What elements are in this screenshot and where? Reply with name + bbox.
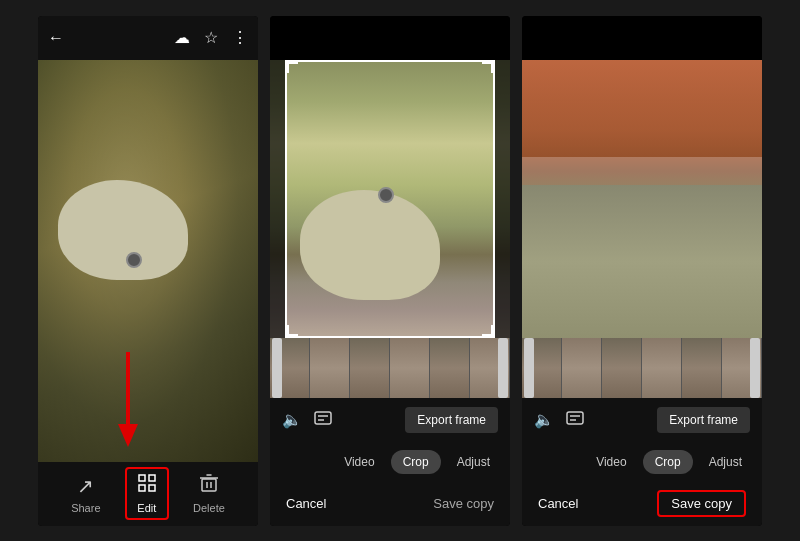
caption-icon-2[interactable] [314,411,332,429]
tab-crop-3[interactable]: Crop [643,450,693,474]
share-icon: ↗ [77,474,94,498]
save-copy-button-3[interactable]: Save copy [657,490,746,517]
cancel-button-3[interactable]: Cancel [538,496,578,511]
logs-area [522,60,762,157]
delete-icon [199,473,219,498]
timeline-cell [602,338,642,398]
cancel-button-2[interactable]: Cancel [286,496,326,511]
top-bar-2 [270,16,510,60]
save-copy-button-2[interactable]: Save copy [433,496,494,511]
controls-bar-2: 🔈 Export frame [270,398,510,442]
tab-crop-2[interactable]: Crop [391,450,441,474]
panel-3: 🔈 Export frame Video Crop Adjust Cancel … [522,16,762,526]
timeline-strip-2[interactable] [270,338,510,398]
volume-icon-3[interactable]: 🔈 [534,410,554,429]
timeline-cell [430,338,470,398]
photo-display-2 [270,60,510,338]
export-frame-button-3[interactable]: Export frame [657,407,750,433]
delete-button[interactable]: Delete [183,469,235,518]
svg-rect-18 [567,412,583,424]
share-button[interactable]: ↗ Share [61,470,110,518]
timeline-cell [390,338,430,398]
image-area-1 [38,60,258,462]
timeline-cell [682,338,722,398]
svg-rect-6 [202,479,216,491]
svg-rect-4 [139,485,145,491]
timeline-handle-right[interactable] [498,338,508,398]
timeline-handle-right-3[interactable] [750,338,760,398]
svg-rect-2 [139,475,145,481]
svg-rect-15 [315,412,331,424]
tab-video-3[interactable]: Video [584,450,638,474]
edit-label: Edit [137,502,156,514]
red-arrow-1 [98,352,158,452]
crop-darken-right [495,60,510,338]
timeline-handle-left-3[interactable] [524,338,534,398]
timeline-cell [350,338,390,398]
top-bar-1: ← ☁ ☆ ⋮ [38,16,258,60]
edit-icon [137,473,157,498]
tab-video-2[interactable]: Video [332,450,386,474]
controls-bar-3: 🔈 Export frame [522,398,762,442]
rock-shape [58,180,188,280]
timeline-cell [642,338,682,398]
top-bar-3 [522,16,762,60]
tab-adjust-2[interactable]: Adjust [445,450,502,474]
svg-rect-5 [149,485,155,491]
crop-darken-left [270,60,285,338]
cloud-icon[interactable]: ☁ [174,28,190,47]
share-label: Share [71,502,100,514]
rock-shape-2 [300,190,440,300]
timeline-cell [310,338,350,398]
action-bar-3: Cancel Save copy [522,482,762,526]
delete-label: Delete [193,502,225,514]
action-bar-2: Cancel Save copy [270,482,510,526]
panel-1: ← ☁ ☆ ⋮ ↗ Share [38,16,258,526]
back-icon[interactable]: ← [48,29,64,47]
volume-icon-2[interactable]: 🔈 [282,410,302,429]
svg-marker-1 [118,424,138,447]
timeline-handle-left[interactable] [272,338,282,398]
timeline-cell [562,338,602,398]
photo-display-1 [38,60,258,462]
bottom-toolbar-1: ↗ Share Edit [38,462,258,526]
svg-rect-3 [149,475,155,481]
tab-adjust-3[interactable]: Adjust [697,450,754,474]
image-area-3 [522,60,762,338]
edit-button[interactable]: Edit [125,467,169,520]
panel-2: 🔈 Export frame Video Crop Adjust Cancel … [270,16,510,526]
export-frame-button-2[interactable]: Export frame [405,407,498,433]
timeline-strip-3[interactable] [522,338,762,398]
ground-area [522,185,762,338]
star-icon[interactable]: ☆ [204,28,218,47]
photo-display-3 [522,60,762,338]
more-icon[interactable]: ⋮ [232,28,248,47]
tab-bar-3: Video Crop Adjust [522,442,762,482]
caption-icon-3[interactable] [566,411,584,429]
tab-bar-2: Video Crop Adjust [270,442,510,482]
image-area-2 [270,60,510,338]
